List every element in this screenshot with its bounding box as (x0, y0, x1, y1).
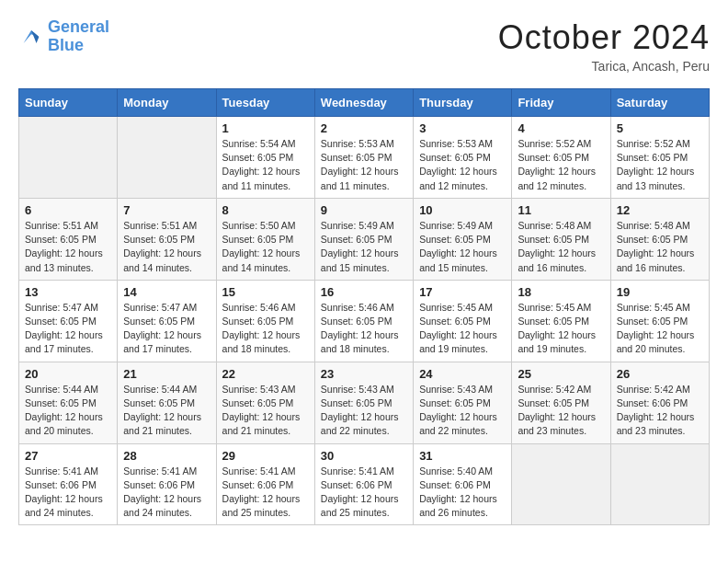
weekday-header: Saturday (610, 89, 709, 117)
calendar-cell: 13Sunrise: 5:47 AMSunset: 6:05 PMDayligh… (19, 280, 118, 362)
calendar-cell: 8Sunrise: 5:50 AMSunset: 6:05 PMDaylight… (216, 198, 314, 280)
calendar-cell: 30Sunrise: 5:41 AMSunset: 6:06 PMDayligh… (314, 443, 413, 525)
day-number: 22 (222, 367, 309, 381)
calendar-cell: 17Sunrise: 5:45 AMSunset: 6:05 PMDayligh… (414, 280, 512, 362)
calendar-cell: 16Sunrise: 5:46 AMSunset: 6:05 PMDayligh… (314, 280, 413, 362)
day-number: 13 (25, 285, 111, 299)
day-number: 3 (419, 121, 506, 135)
calendar-cell: 19Sunrise: 5:45 AMSunset: 6:05 PMDayligh… (610, 280, 709, 362)
calendar-cell: 15Sunrise: 5:46 AMSunset: 6:05 PMDayligh… (216, 280, 314, 362)
day-number: 5 (617, 121, 703, 135)
day-number: 16 (321, 285, 407, 299)
calendar-cell: 28Sunrise: 5:41 AMSunset: 6:06 PMDayligh… (118, 443, 216, 525)
page-header: General Blue October 2024 Tarica, Ancash… (18, 18, 710, 74)
day-number: 23 (321, 367, 407, 381)
day-number: 25 (518, 367, 604, 381)
calendar-cell: 25Sunrise: 5:42 AMSunset: 6:05 PMDayligh… (512, 362, 610, 443)
calendar-cell: 10Sunrise: 5:49 AMSunset: 6:05 PMDayligh… (414, 198, 512, 280)
day-number: 18 (518, 285, 604, 299)
title-block: October 2024 Tarica, Ancash, Peru (498, 18, 710, 74)
calendar-cell: 29Sunrise: 5:41 AMSunset: 6:06 PMDayligh… (216, 443, 314, 525)
logo-icon (18, 24, 44, 50)
day-number: 12 (617, 203, 703, 217)
weekday-header: Thursday (414, 89, 512, 117)
calendar-cell: 26Sunrise: 5:42 AMSunset: 6:06 PMDayligh… (610, 362, 709, 443)
cell-info: Sunrise: 5:42 AMSunset: 6:06 PMDaylight:… (617, 383, 703, 439)
cell-info: Sunrise: 5:54 AMSunset: 6:05 PMDaylight:… (222, 137, 309, 193)
day-number: 24 (419, 367, 506, 381)
cell-info: Sunrise: 5:46 AMSunset: 6:05 PMDaylight:… (222, 301, 309, 357)
day-number: 8 (222, 203, 309, 217)
calendar-cell: 2Sunrise: 5:53 AMSunset: 6:05 PMDaylight… (314, 117, 413, 199)
day-number: 31 (419, 449, 506, 463)
cell-info: Sunrise: 5:45 AMSunset: 6:05 PMDaylight:… (617, 301, 703, 357)
cell-info: Sunrise: 5:50 AMSunset: 6:05 PMDaylight:… (222, 219, 309, 275)
cell-info: Sunrise: 5:45 AMSunset: 6:05 PMDaylight:… (419, 301, 506, 357)
month-title: October 2024 (498, 18, 710, 57)
cell-info: Sunrise: 5:53 AMSunset: 6:05 PMDaylight:… (321, 137, 407, 193)
calendar-cell: 3Sunrise: 5:53 AMSunset: 6:05 PMDaylight… (414, 117, 512, 199)
cell-info: Sunrise: 5:43 AMSunset: 6:05 PMDaylight:… (222, 383, 309, 439)
day-number: 28 (123, 449, 210, 463)
cell-info: Sunrise: 5:52 AMSunset: 6:05 PMDaylight:… (518, 137, 604, 193)
day-number: 30 (321, 449, 407, 463)
cell-info: Sunrise: 5:52 AMSunset: 6:05 PMDaylight:… (617, 137, 703, 193)
cell-info: Sunrise: 5:42 AMSunset: 6:05 PMDaylight:… (518, 383, 604, 439)
cell-info: Sunrise: 5:43 AMSunset: 6:05 PMDaylight:… (419, 383, 506, 439)
calendar-week-row: 27Sunrise: 5:41 AMSunset: 6:06 PMDayligh… (19, 443, 710, 525)
calendar-cell (19, 117, 118, 199)
calendar-cell (118, 117, 216, 199)
day-number: 14 (123, 285, 210, 299)
calendar-week-row: 6Sunrise: 5:51 AMSunset: 6:05 PMDaylight… (19, 198, 710, 280)
day-number: 4 (518, 121, 604, 135)
weekday-header: Friday (512, 89, 610, 117)
day-number: 20 (25, 367, 111, 381)
logo-text2: Blue (48, 37, 109, 55)
cell-info: Sunrise: 5:51 AMSunset: 6:05 PMDaylight:… (25, 219, 111, 275)
calendar-cell: 23Sunrise: 5:43 AMSunset: 6:05 PMDayligh… (314, 362, 413, 443)
weekday-header: Sunday (19, 89, 118, 117)
cell-info: Sunrise: 5:41 AMSunset: 6:06 PMDaylight:… (25, 465, 111, 521)
day-number: 9 (321, 203, 407, 217)
day-number: 7 (123, 203, 210, 217)
calendar-cell: 31Sunrise: 5:40 AMSunset: 6:06 PMDayligh… (414, 443, 512, 525)
calendar-cell: 6Sunrise: 5:51 AMSunset: 6:05 PMDaylight… (19, 198, 118, 280)
calendar-cell: 9Sunrise: 5:49 AMSunset: 6:05 PMDaylight… (314, 198, 413, 280)
weekday-header-row: SundayMondayTuesdayWednesdayThursdayFrid… (19, 89, 710, 117)
day-number: 10 (419, 203, 506, 217)
svg-marker-1 (31, 30, 39, 43)
calendar-cell: 5Sunrise: 5:52 AMSunset: 6:05 PMDaylight… (610, 117, 709, 199)
cell-info: Sunrise: 5:47 AMSunset: 6:05 PMDaylight:… (123, 301, 210, 357)
calendar-cell: 1Sunrise: 5:54 AMSunset: 6:05 PMDaylight… (216, 117, 314, 199)
day-number: 11 (518, 203, 604, 217)
location: Tarica, Ancash, Peru (498, 59, 710, 74)
cell-info: Sunrise: 5:41 AMSunset: 6:06 PMDaylight:… (222, 465, 309, 521)
cell-info: Sunrise: 5:51 AMSunset: 6:05 PMDaylight:… (123, 219, 210, 275)
cell-info: Sunrise: 5:43 AMSunset: 6:05 PMDaylight:… (321, 383, 407, 439)
day-number: 17 (419, 285, 506, 299)
cell-info: Sunrise: 5:53 AMSunset: 6:05 PMDaylight:… (419, 137, 506, 193)
calendar-week-row: 20Sunrise: 5:44 AMSunset: 6:05 PMDayligh… (19, 362, 710, 443)
cell-info: Sunrise: 5:46 AMSunset: 6:05 PMDaylight:… (321, 301, 407, 357)
calendar-cell (610, 443, 709, 525)
calendar-cell: 7Sunrise: 5:51 AMSunset: 6:05 PMDaylight… (118, 198, 216, 280)
cell-info: Sunrise: 5:48 AMSunset: 6:05 PMDaylight:… (617, 219, 703, 275)
cell-info: Sunrise: 5:45 AMSunset: 6:05 PMDaylight:… (518, 301, 604, 357)
calendar-cell: 14Sunrise: 5:47 AMSunset: 6:05 PMDayligh… (118, 280, 216, 362)
day-number: 26 (617, 367, 703, 381)
cell-info: Sunrise: 5:44 AMSunset: 6:05 PMDaylight:… (25, 383, 111, 439)
weekday-header: Tuesday (216, 89, 314, 117)
calendar-cell: 21Sunrise: 5:44 AMSunset: 6:05 PMDayligh… (118, 362, 216, 443)
weekday-header: Wednesday (314, 89, 413, 117)
cell-info: Sunrise: 5:41 AMSunset: 6:06 PMDaylight:… (123, 465, 210, 521)
cell-info: Sunrise: 5:47 AMSunset: 6:05 PMDaylight:… (25, 301, 111, 357)
logo: General Blue (18, 18, 109, 55)
calendar-cell: 11Sunrise: 5:48 AMSunset: 6:05 PMDayligh… (512, 198, 610, 280)
cell-info: Sunrise: 5:49 AMSunset: 6:05 PMDaylight:… (419, 219, 506, 275)
calendar-cell: 12Sunrise: 5:48 AMSunset: 6:05 PMDayligh… (610, 198, 709, 280)
calendar-cell: 22Sunrise: 5:43 AMSunset: 6:05 PMDayligh… (216, 362, 314, 443)
cell-info: Sunrise: 5:44 AMSunset: 6:05 PMDaylight:… (123, 383, 210, 439)
day-number: 1 (222, 121, 309, 135)
day-number: 19 (617, 285, 703, 299)
calendar-cell: 4Sunrise: 5:52 AMSunset: 6:05 PMDaylight… (512, 117, 610, 199)
